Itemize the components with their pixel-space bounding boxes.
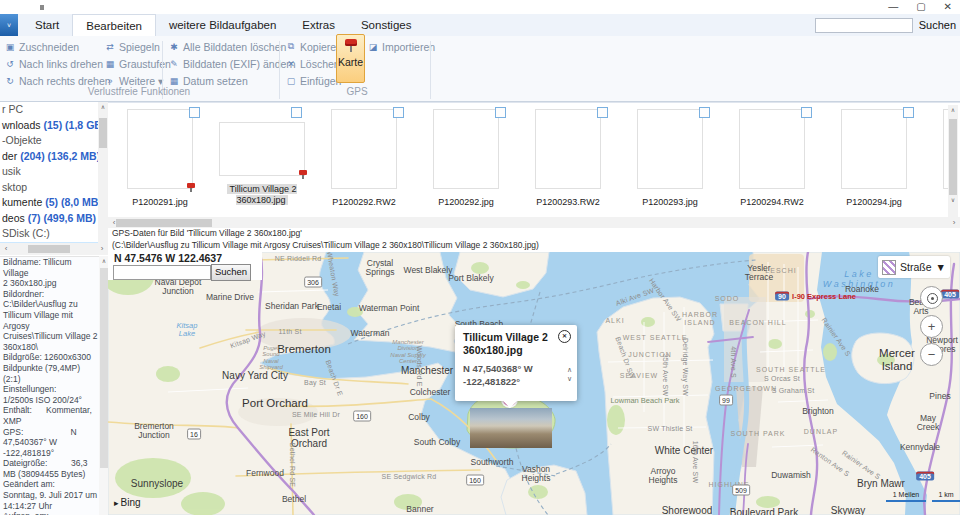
map-zoom-in-button[interactable]: +	[920, 315, 943, 338]
thumbnail[interactable]: P1200292.RW2	[317, 103, 411, 215]
scrollbar-thumb[interactable]	[100, 268, 108, 468]
ribbon-tab[interactable]: Extras	[289, 14, 348, 36]
thumbnail[interactable]: Tillicum Village 2 360x180.jpg	[215, 103, 309, 215]
popup-close-icon[interactable]: ✕	[558, 330, 571, 343]
thumbnail-checkbox[interactable]	[189, 107, 200, 118]
import-icon: ◪	[367, 42, 379, 52]
thumbnail-photo[interactable]	[637, 109, 703, 189]
scrollbar-thumb[interactable]	[116, 219, 212, 227]
ribbon-button[interactable]: ▣ Zuschneiden	[4, 38, 111, 55]
detail-line: C:\Bilder\Ausflug zu	[0, 299, 99, 310]
scroll-up-icon[interactable]: ∧	[948, 105, 958, 115]
thumbnail-photo[interactable]	[219, 122, 305, 176]
scrollbar-thumb[interactable]	[28, 245, 70, 253]
scrollbar-thumb[interactable]	[99, 118, 107, 148]
ribbon-button[interactable]: ✕ Löschen	[285, 55, 342, 72]
folder-tree-item[interactable]: der(204) (136,2 MB)	[0, 149, 98, 165]
scroll-right-icon[interactable]: ›	[97, 244, 107, 254]
thumbnail-checkbox[interactable]	[699, 107, 710, 118]
thumbnail[interactable]: P1200294.RW2	[725, 103, 819, 215]
scroll-left-icon[interactable]: ‹	[1, 244, 11, 254]
folder-tree-item[interactable]: r PC	[0, 102, 98, 118]
global-search-input[interactable]	[815, 18, 913, 33]
popup-spinner[interactable]: ∧ ∨	[567, 365, 572, 383]
thumbnail-photo[interactable]	[127, 109, 193, 189]
ribbon-button-icon: »	[104, 76, 116, 86]
ribbon-tab[interactable]: Bearbeiten	[72, 14, 156, 36]
folder-tree-item[interactable]: SDisk (C:)	[0, 226, 98, 242]
close-button[interactable]: ✕	[944, 0, 952, 14]
folder-tree-item[interactable]: wnloads(15) (1,8 GB)	[0, 118, 98, 134]
thumbnail[interactable]: P1200292.jpg	[419, 103, 513, 215]
gps-panel-path: (C:\Bilder\Ausflug zu Tillicum Village m…	[108, 240, 960, 252]
folder-tree-item[interactable]: deos(7) (499,6 MB)	[0, 211, 98, 227]
scroll-down-icon[interactable]: ∨	[948, 195, 958, 205]
map-popup: Tillicum Village 2 360x180.jpg ✕ N 47,54…	[455, 325, 577, 401]
thumbnail-checkbox[interactable]	[291, 107, 302, 118]
ribbon-tab[interactable]: Sonstiges	[348, 14, 425, 36]
ribbon-separator	[430, 41, 431, 99]
map-zoom-out-button[interactable]: −	[920, 343, 943, 366]
map-scale-miles: 1 Meilen	[886, 491, 926, 502]
tree-vertical-scrollbar[interactable]: ∧	[98, 102, 108, 243]
map-search-input[interactable]	[113, 265, 211, 280]
thumbnail-filename: P1200292.RW2	[317, 197, 411, 208]
bing-logo-icon: ▸	[114, 498, 119, 508]
thumbnail[interactable]: P1200293.jpg	[623, 103, 717, 215]
scroll-up-icon[interactable]: ∧	[98, 102, 108, 112]
global-search-label[interactable]: Suchen	[919, 19, 956, 31]
thumbnail-checkbox[interactable]	[393, 107, 404, 118]
karte-map-button[interactable]: Karte	[336, 34, 365, 83]
ribbon-button[interactable]: ▦ Graustufen	[104, 55, 171, 72]
left-panel: r PC wnloads(15) (1,8 GB) -Objekte der(2…	[0, 102, 109, 515]
ribbon-button-icon: ↺	[4, 59, 16, 69]
ribbon-button[interactable]: ✱ Alle Bilddaten löschen	[168, 38, 296, 55]
map-style-dropdown[interactable]: Straße ▼	[878, 256, 950, 278]
ribbon-group-label: Verlustfreie Funktionen	[0, 86, 278, 97]
minimize-button[interactable]: —	[888, 0, 898, 14]
gps-panel-title: GPS-Daten für Bild 'Tillicum Village 2 3…	[108, 228, 960, 240]
folder-tree-item[interactable]: sktop	[0, 180, 98, 196]
folder-tree-item[interactable]: kumente(5) (8,0 MB)	[0, 195, 98, 211]
thumbnail-photo[interactable]	[433, 109, 499, 189]
strip-vertical-scrollbar[interactable]: ∧ ∨	[948, 105, 958, 217]
thumbnail-checkbox[interactable]	[801, 107, 812, 118]
ribbon-button[interactable]: ⧉ Kopieren	[285, 38, 342, 55]
thumbnail-filename: P1200294.RW2	[725, 197, 819, 208]
thumbnail-strip: P1200291.jpg Tillicum Village 2 360x180.…	[108, 102, 960, 229]
ribbon-button[interactable]: ⇄ Spiegeln	[104, 38, 171, 55]
ribbon-button[interactable]: ✎ Bilddaten (EXIF) ändern	[168, 55, 296, 72]
import-button[interactable]: ◪ Importieren	[367, 38, 435, 55]
ribbon-button-icon: ✎	[168, 59, 180, 69]
detail-line: 47,540367° W	[0, 437, 99, 448]
thumbnail[interactable]: P1200293.RW2	[521, 103, 615, 215]
ribbon-button[interactable]: ↺ Nach links drehen	[4, 55, 111, 72]
ribbon-button-icon: ▦	[104, 59, 116, 69]
detail-line: Bildgröße: 12600x6300	[0, 352, 99, 363]
folder-tree-item[interactable]: usik	[0, 164, 98, 180]
thumbnail[interactable]: P1200294.jpg	[827, 103, 921, 215]
scrollbar-thumb[interactable]	[949, 119, 957, 195]
thumbnail-checkbox[interactable]	[903, 107, 914, 118]
geo-pin-icon	[299, 170, 307, 180]
maximize-button[interactable]: ▢	[916, 0, 925, 14]
folder-tree-item[interactable]: -Objekte	[0, 133, 98, 149]
thumbnail-checkbox[interactable]	[495, 107, 506, 118]
thumbnail-photo[interactable]	[739, 109, 805, 189]
map-panel[interactable]: NE Riddell RdWheaton Way306Crystal Sprin…	[108, 252, 960, 515]
thumbnail-checkbox[interactable]	[597, 107, 608, 118]
thumbnail-photo[interactable]	[331, 109, 397, 189]
ribbon-tab[interactable]: Start	[22, 14, 72, 36]
scroll-right-icon[interactable]: ›	[949, 218, 959, 228]
folder-tree: r PC wnloads(15) (1,8 GB) -Objekte der(2…	[0, 102, 98, 243]
tree-horizontal-scrollbar[interactable]: ‹ ›	[0, 243, 108, 255]
thumbnail[interactable]: P1200291.jpg	[113, 103, 207, 215]
ribbon-tab[interactable]: weitere Bildaufgaben	[156, 14, 289, 36]
map-photo-preview[interactable]	[470, 408, 552, 448]
map-search-button[interactable]: Suchen	[211, 264, 251, 281]
title-bar: — ▢ ✕	[0, 0, 960, 14]
app-menu-button[interactable]: ˅	[0, 14, 18, 36]
map-locate-button[interactable]	[920, 286, 943, 309]
thumbnail-photo[interactable]	[535, 109, 601, 189]
thumbnail-photo[interactable]	[841, 109, 907, 189]
